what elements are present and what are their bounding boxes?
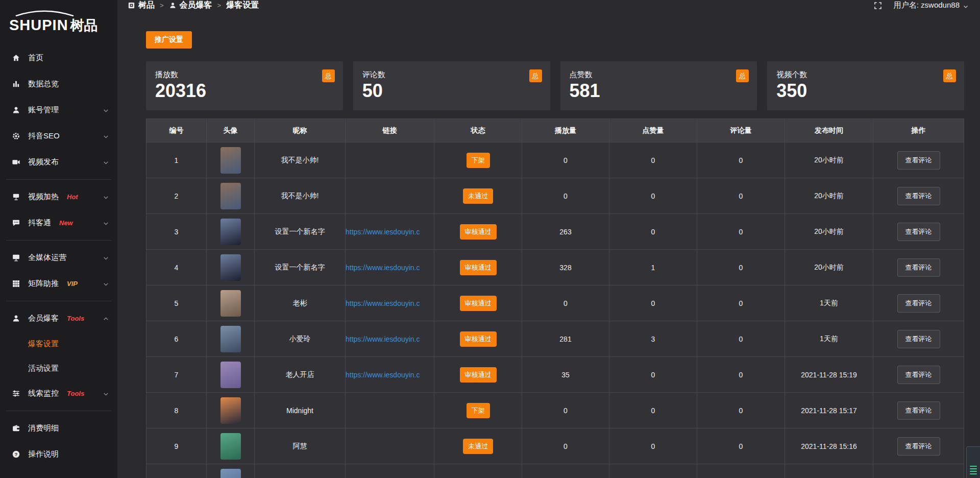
breadcrumb-item-shupin[interactable]: 树品 (128, 0, 155, 11)
cell-comments: 0 (697, 428, 785, 464)
logo-text-en: SHUPIN (9, 17, 68, 34)
sidebar-item-label: 账号管理 (28, 105, 59, 115)
sidebar-item-video-heat[interactable]: 视频加热Hot (0, 184, 117, 210)
video-link[interactable]: https://www.iesdouyin.c (346, 299, 434, 307)
cell-link (346, 178, 434, 214)
sidebar-item-clue-monitor[interactable]: 线索监控Tools (0, 380, 117, 407)
video-icon (12, 158, 20, 166)
avatar (220, 362, 241, 388)
avatar (220, 326, 241, 352)
sidebar-item-video-publish[interactable]: 视频发布 (0, 149, 117, 175)
chat-widget[interactable] (966, 446, 980, 478)
video-link[interactable]: https://www.iesdouyin.c (346, 335, 434, 343)
logo-text-cn: 树品 (70, 16, 98, 35)
sidebar-item-data-overview[interactable]: 数据总览 (0, 71, 117, 97)
sidebar-subitem-activity-settings[interactable]: 活动设置 (0, 356, 117, 380)
table-row: 7老人开店https://www.iesdouyin.c审核通过35002021… (146, 357, 964, 393)
sidebar-item-label: 操作说明 (28, 449, 59, 459)
table-row: 3设置一个新名字https://www.iesdouyin.c审核通过26300… (146, 214, 964, 250)
sidebar-item-home[interactable]: 首页 (0, 45, 117, 71)
total-badge: 总 (322, 69, 335, 82)
sidebar-item-douketong[interactable]: 抖客通New (0, 210, 117, 236)
view-comments-button[interactable]: 查看评论 (897, 223, 940, 241)
status-badge[interactable]: 审核通过 (460, 224, 497, 240)
video-link[interactable]: https://www.iesdouyin.c (346, 264, 434, 272)
cell-status: 审核通过 (434, 285, 522, 321)
view-comments-button[interactable]: 查看评论 (897, 401, 940, 420)
status-badge[interactable]: 未通过 (463, 439, 493, 454)
promo-settings-button[interactable]: 推广设置 (146, 31, 192, 49)
cell-status: 未通过 (434, 178, 522, 214)
stat-card: 评论数50总 (353, 61, 550, 110)
cell-likes: 0 (609, 393, 697, 428)
main-area: 树品>会员爆客>爆客设置 用户名: zswodun88 推广设置 播放数2031… (117, 0, 980, 478)
status-badge[interactable]: 下架 (467, 403, 490, 418)
cell-time: 20小时前 (785, 178, 873, 214)
chat-widget-bar (970, 466, 977, 467)
username-dropdown[interactable]: 用户名: zswodun88 (894, 1, 969, 10)
cell-plays: 281 (522, 321, 609, 357)
cell-nickname: 我不是小帅! (255, 142, 346, 178)
table-row (146, 464, 964, 478)
cell-id: 6 (146, 321, 207, 357)
view-comments-button[interactable]: 查看评论 (897, 366, 940, 384)
grid-icon (12, 279, 20, 288)
view-comments-button[interactable]: 查看评论 (897, 258, 940, 277)
sidebar-item-operation-guide[interactable]: ?操作说明 (0, 441, 117, 467)
sidebar-item-label: 线索监控 (28, 389, 59, 398)
cell-time: 1天前 (785, 285, 873, 321)
breadcrumb-item-baoke-settings: 爆客设置 (226, 0, 259, 11)
status-badge[interactable]: 未通过 (463, 188, 493, 204)
view-comments-button[interactable]: 查看评论 (897, 330, 940, 348)
sidebar-item-label: 抖客通 (28, 218, 51, 228)
table-row: 8Midnight下架0002021-11-28 15:17查看评论 (146, 393, 964, 428)
cell-id (146, 464, 207, 478)
home-icon (12, 54, 20, 62)
cell-action (873, 464, 964, 478)
sidebar-item-member-baoke[interactable]: 会员爆客Tools (0, 305, 117, 331)
sidebar-item-account-manage[interactable]: 账号管理 (0, 97, 117, 123)
view-comments-button[interactable]: 查看评论 (897, 151, 940, 170)
cell-id: 8 (146, 393, 207, 428)
chat-widget-bar (970, 471, 977, 472)
sliders-icon (12, 389, 20, 398)
video-link[interactable]: https://www.iesdouyin.c (346, 228, 434, 236)
cell-plays: 328 (522, 250, 609, 285)
view-comments-button[interactable]: 查看评论 (897, 437, 940, 456)
cell-plays: 0 (522, 178, 609, 214)
cell-likes: 0 (609, 285, 697, 321)
cell-link (346, 464, 434, 478)
status-badge[interactable]: 审核通过 (460, 367, 497, 383)
cell-time: 20小时前 (785, 214, 873, 250)
user-icon (12, 106, 20, 114)
status-badge[interactable]: 下架 (467, 153, 490, 168)
sidebar-item-consume-detail[interactable]: 消费明细 (0, 415, 117, 441)
stat-label: 评论数 (362, 70, 541, 80)
chevron-down-icon (963, 3, 969, 9)
sidebar-item-matrix-boost[interactable]: 矩阵助推VIP (0, 271, 117, 297)
sidebar-item-douyin-seo[interactable]: 抖音SEO (0, 123, 117, 149)
video-link[interactable]: https://www.iesdouyin.c (346, 371, 434, 379)
table-row: 6小爱玲https://www.iesdouyin.c审核通过281301天前查… (146, 321, 964, 357)
cell-nickname: 设置一个新名字 (255, 250, 346, 285)
sidebar-subitem-baoke-settings[interactable]: 爆客设置 (0, 331, 117, 356)
status-badge[interactable]: 审核通过 (460, 331, 497, 347)
breadcrumb-item-member-baoke[interactable]: 会员爆客 (169, 0, 212, 11)
cell-comments: 0 (697, 178, 785, 214)
cell-action: 查看评论 (873, 393, 964, 428)
videos-table-wrap: 编号头像昵称链接状态播放量点赞量评论量发布时间操作 1我不是小帅!下架00020… (146, 118, 964, 478)
view-comments-button[interactable]: 查看评论 (897, 294, 940, 313)
cell-comments: 0 (697, 142, 785, 178)
cell-link (346, 393, 434, 428)
page-content: 推广设置 播放数20316总评论数50总点赞数581总视频个数350总 编号头像… (117, 11, 980, 478)
cell-avatar (207, 393, 255, 428)
status-badge[interactable]: 审核通过 (460, 260, 497, 275)
table-row: 1我不是小帅!下架00020小时前查看评论 (146, 142, 964, 178)
sidebar-item-label: 抖音SEO (28, 131, 60, 141)
view-comments-button[interactable]: 查看评论 (897, 187, 940, 205)
cell-id: 2 (146, 178, 207, 214)
sidebar-item-all-media[interactable]: 全媒体运营 (0, 245, 117, 271)
status-badge[interactable]: 审核通过 (460, 296, 497, 311)
fullscreen-icon[interactable] (873, 1, 883, 10)
cell-link: https://www.iesdouyin.c (346, 321, 434, 357)
